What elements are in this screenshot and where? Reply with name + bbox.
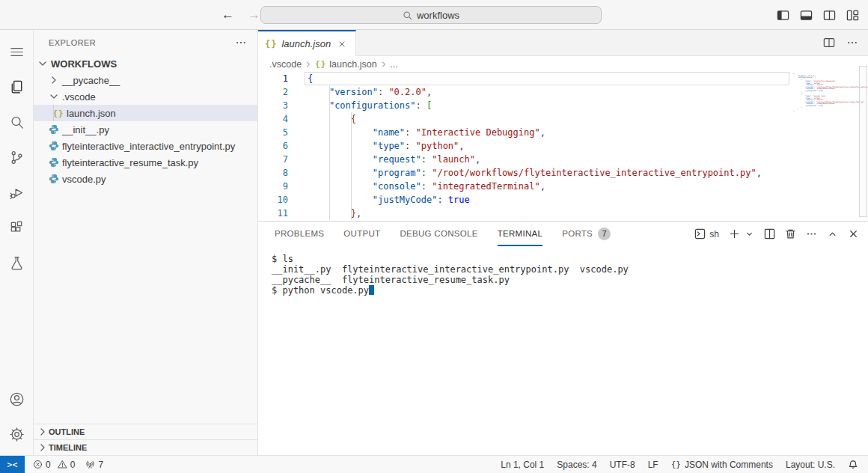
- tree-item-label: __pycache__: [62, 75, 120, 86]
- close-panel-icon[interactable]: [848, 228, 859, 239]
- new-terminal-icon[interactable]: [729, 228, 740, 239]
- status-language-mode[interactable]: {} JSON with Comments: [671, 460, 773, 470]
- terminal-icon: [694, 228, 706, 239]
- file-tree: __pycache__.vscode{}launch.json__init__.…: [34, 72, 257, 187]
- activity-bar-settings-gear-button[interactable]: [0, 417, 34, 452]
- layout-controls: [777, 0, 859, 30]
- tree-root-workflows[interactable]: WORKFLOWS: [34, 55, 257, 72]
- code-text: "version": "0.2.0",: [288, 85, 432, 99]
- more-actions-icon[interactable]: [235, 37, 247, 49]
- tree-item-flyteinteractive-resume-task-py[interactable]: flyteinteractive_resume_task.py: [34, 154, 257, 171]
- outline-label: OUTLINE: [49, 427, 85, 436]
- tree-item-vscode-py[interactable]: vscode.py: [34, 171, 257, 187]
- breadcrumb-item-[interactable]: ...: [391, 59, 398, 70]
- launch-profile-chevron-icon[interactable]: [745, 228, 754, 239]
- command-center-search[interactable]: workflows: [260, 6, 602, 24]
- close-tab-icon[interactable]: [335, 37, 348, 50]
- code-line[interactable]: 2 "version": "0.2.0",: [258, 85, 868, 99]
- editor-scrollbar[interactable]: [859, 66, 867, 217]
- split-terminal-icon[interactable]: [764, 228, 775, 239]
- split-editor-icon[interactable]: [823, 37, 835, 49]
- python-file-icon: [48, 140, 60, 152]
- tree-item-flyteinteractive-interactive-entrypoint-py[interactable]: flyteinteractive_interactive_entrypoint.…: [34, 138, 257, 154]
- code-line[interactable]: 7 "request": "launch",: [258, 153, 868, 166]
- chevron-down-icon: [48, 91, 60, 103]
- breadcrumb-item-launch-json[interactable]: {}launch.json: [315, 59, 377, 70]
- panel-tab-label: OUTPUT: [343, 229, 380, 238]
- activity-bar-files-button[interactable]: [0, 70, 34, 105]
- tree-item-init-py[interactable]: __init__.py: [34, 121, 257, 138]
- code-line[interactable]: 9 "console": "integratedTerminal",: [258, 180, 868, 193]
- line-number: 1: [258, 72, 288, 85]
- panel-tab-output[interactable]: OUTPUT: [343, 222, 380, 246]
- search-value: workflows: [417, 10, 459, 21]
- more-actions-icon[interactable]: [806, 228, 817, 239]
- activity-bar-run-debug-button[interactable]: [0, 175, 34, 210]
- toggle-sidebar-icon[interactable]: [777, 9, 789, 22]
- tree-item-vscode[interactable]: .vscode: [34, 88, 257, 105]
- activity-bar-extensions-button[interactable]: [0, 210, 34, 245]
- tree-item-launch-json[interactable]: {}launch.json: [34, 105, 257, 121]
- panel-tab-terminal[interactable]: TERMINAL: [498, 222, 543, 246]
- title-bar: ← → workflows: [0, 0, 868, 30]
- activity-bar-search-button[interactable]: [0, 105, 34, 140]
- status-indentation[interactable]: Spaces: 4: [557, 460, 596, 470]
- terminal-output[interactable]: $ ls__init__.py flyteinteractive_interac…: [258, 246, 868, 455]
- panel-tab-ports[interactable]: PORTS7: [562, 222, 611, 246]
- status-problems[interactable]: 0 0: [33, 460, 75, 470]
- code-text: "justMyCode": true: [288, 193, 470, 207]
- back-arrow-icon[interactable]: ←: [221, 7, 234, 22]
- status-encoding[interactable]: UTF-8: [610, 460, 635, 470]
- toggle-panel-icon[interactable]: [800, 9, 813, 22]
- editor-tab-launch-json[interactable]: {} launch.json: [258, 30, 356, 56]
- customize-layout-icon[interactable]: [846, 9, 859, 22]
- editor-code-area[interactable]: 1{2 "version": "0.2.0",3 "configurations…: [258, 72, 868, 221]
- status-cursor-position[interactable]: Ln 1, Col 1: [501, 460, 544, 470]
- run-debug-icon: [8, 184, 25, 201]
- bell-icon[interactable]: [848, 460, 858, 470]
- code-line[interactable]: 3 "configurations": [: [258, 99, 868, 112]
- code-line[interactable]: 4 {: [258, 112, 868, 126]
- panel-tab-problems[interactable]: PROBLEMS: [275, 222, 324, 246]
- breadcrumb-label: launch.json: [329, 59, 376, 70]
- tree-item-label: launch.json: [67, 108, 116, 119]
- tree-item-pycache[interactable]: __pycache__: [34, 72, 257, 88]
- code-text: "configurations": [: [288, 99, 432, 112]
- kill-terminal-icon[interactable]: [785, 228, 796, 239]
- files-icon: [8, 79, 25, 96]
- settings-gear-icon: [8, 426, 25, 443]
- status-layout[interactable]: Layout: U.S.: [786, 460, 835, 470]
- breadcrumb-separator-icon: [379, 60, 388, 69]
- code-line[interactable]: 1{: [258, 72, 868, 85]
- tab-label: launch.json: [281, 38, 331, 49]
- status-ports-forwarded[interactable]: 7: [85, 460, 103, 470]
- code-line[interactable]: 5 "name": "Interactive Debugging",: [258, 126, 868, 139]
- line-number: 5: [258, 126, 288, 139]
- code-line[interactable]: 6 "type": "python",: [258, 139, 868, 153]
- search-icon: [8, 114, 25, 131]
- remote-indicator[interactable]: ><: [0, 456, 25, 473]
- code-line[interactable]: 11 },: [258, 207, 868, 220]
- activity-bar-menu-button[interactable]: [0, 34, 34, 70]
- split-editor-icon[interactable]: [823, 9, 836, 22]
- terminal-shell-item[interactable]: sh: [694, 228, 719, 239]
- ports-count: 7: [98, 460, 103, 470]
- activity-bar-source-control-button[interactable]: [0, 140, 34, 175]
- code-line[interactable]: 10 "justMyCode": true: [258, 193, 868, 207]
- breadcrumb-item-vscode[interactable]: .vscode: [269, 59, 302, 70]
- timeline-section[interactable]: TIMELINE: [34, 439, 258, 455]
- outline-section[interactable]: OUTLINE: [34, 424, 258, 439]
- bottom-panel: PROBLEMSOUTPUTDEBUG CONSOLETERMINALPORTS…: [258, 221, 868, 455]
- activity-bar-testing-button[interactable]: [0, 245, 34, 281]
- status-eol[interactable]: LF: [648, 460, 658, 470]
- panel-tab-debug-console[interactable]: DEBUG CONSOLE: [400, 222, 477, 246]
- history-navigation: ← →: [221, 0, 260, 30]
- extensions-icon: [8, 219, 25, 236]
- testing-icon: [8, 254, 25, 272]
- minimap[interactable]: { "version": "0.2.0", "configurations": …: [793, 73, 858, 113]
- activity-bar-account-button[interactable]: [0, 382, 34, 417]
- code-line[interactable]: 8 "program": "/root/workflows/flyteinter…: [258, 166, 868, 180]
- more-actions-icon[interactable]: [846, 37, 858, 49]
- editor-group: {} launch.json .vscode{}launch.json... 1…: [258, 30, 868, 221]
- maximize-panel-icon[interactable]: [827, 228, 838, 239]
